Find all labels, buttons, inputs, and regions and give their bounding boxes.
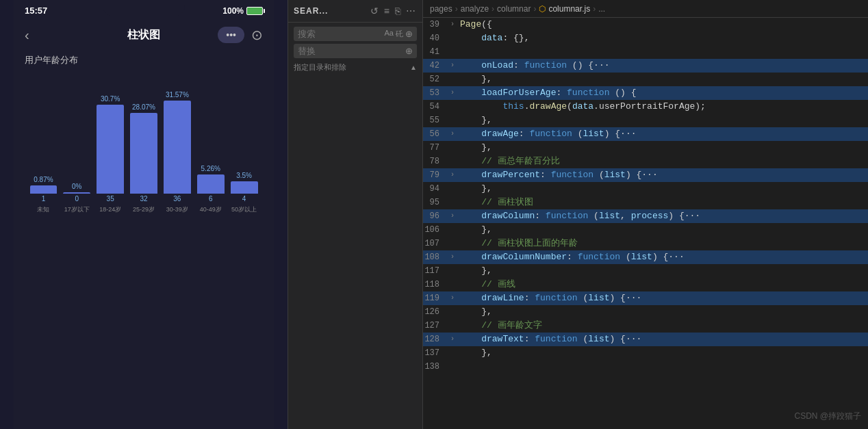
dir-filter-label: 指定目录和排除 <box>294 62 407 73</box>
chart-area: 用户年龄分布 0.87%1未知0%017岁以下30.7%3518-24岁28.0… <box>14 49 274 220</box>
aa-icon[interactable]: Aa <box>385 29 394 39</box>
table-row: 107 // 画柱状图上面的年龄 <box>423 237 868 250</box>
bar-rect <box>231 181 258 194</box>
bar-value-label: 32 <box>140 195 147 203</box>
dir-filter-row[interactable]: 指定目录和排除 ▲ <box>288 60 422 75</box>
dir-filter-collapse-icon[interactable]: ▲ <box>410 64 417 71</box>
bar-value-label: 0 <box>75 195 79 203</box>
bar-group: 5.26%640-49岁 <box>194 77 227 214</box>
code-text: // 画年龄文字 <box>459 319 868 333</box>
breadcrumb-sep-2: › <box>492 4 494 14</box>
more-icon[interactable]: ⋯ <box>405 4 417 18</box>
table-row: 40 data: {}, <box>423 31 868 45</box>
table-row: 119› drawLine: function (list) {··· <box>423 291 868 305</box>
bar-percent-label: 31.57% <box>166 91 189 99</box>
line-number: 95 <box>423 196 448 209</box>
bar-value-label: 35 <box>107 195 114 203</box>
code-text: }, <box>459 114 868 127</box>
line-number: 77 <box>423 141 448 155</box>
breadcrumb-pages: pages <box>430 4 452 14</box>
fold-arrow-icon[interactable]: › <box>448 59 457 73</box>
fold-arrow-icon[interactable]: › <box>448 209 457 223</box>
search-input[interactable] <box>298 29 382 39</box>
table-row: 77 }, <box>423 141 868 155</box>
line-number: 118 <box>423 278 448 291</box>
fold-arrow-icon[interactable]: › <box>448 86 457 100</box>
code-text: }, <box>459 346 868 360</box>
phone-notch <box>103 0 185 16</box>
line-number: 79 <box>423 168 448 182</box>
line-number: 55 <box>423 114 448 127</box>
bar-value-label: 4 <box>242 195 246 203</box>
bar-percent-label: 30.7% <box>101 95 120 103</box>
line-number: 53 <box>423 86 448 100</box>
line-number: 137 <box>423 346 448 360</box>
bar-chart: 0.87%1未知0%017岁以下30.7%3518-24岁28.07%3225-… <box>25 77 263 214</box>
line-number: 52 <box>423 73 448 86</box>
back-button[interactable]: ‹ <box>25 27 29 43</box>
bar-axis-label: 25-29岁 <box>133 205 155 214</box>
table-row: 52 }, <box>423 73 868 86</box>
bar-rect <box>164 101 191 194</box>
fold-arrow-icon[interactable]: › <box>448 250 457 264</box>
search-panel: SEAR... ↺ ≡ ⎘ ⋯ Aa 矺 ⊕ ⊕ 指定目录和排除 ▲ <box>288 0 423 429</box>
code-text: drawLine: function (list) {··· <box>459 291 868 305</box>
replace-input-row: ⊕ <box>294 44 417 58</box>
code-text: }, <box>459 73 868 86</box>
line-number: 119 <box>423 291 448 305</box>
code-text: // 画柱状图上面的年龄 <box>459 237 868 250</box>
breadcrumb-file-icon: ⬡ <box>539 4 546 14</box>
code-text: // 画线 <box>459 278 868 291</box>
status-bar: 15:57 100% <box>14 0 274 21</box>
target-icon[interactable]: ⊙ <box>251 27 263 43</box>
battery-icon <box>246 7 263 15</box>
table-row: 118 // 画线 <box>423 278 868 291</box>
table-row: 108› drawColumnNumber: function (list) {… <box>423 250 868 264</box>
code-text: drawAge: function (list) {··· <box>459 127 868 141</box>
line-number: 42 <box>423 59 448 73</box>
breadcrumb-more: ... <box>598 4 605 14</box>
code-text: // 画总年龄百分比 <box>459 155 868 168</box>
bar-percent-label: 0% <box>72 183 81 191</box>
bar-axis-label: 40-49岁 <box>200 205 222 214</box>
table-row: 39›Page({ <box>423 18 868 31</box>
code-text: Page({ <box>459 18 868 31</box>
regex-icon[interactable]: ⊕ <box>405 29 413 39</box>
bar-group: 28.07%3225-29岁 <box>128 77 160 214</box>
bar-group: 0%017岁以下 <box>61 77 93 214</box>
refresh-icon[interactable]: ↺ <box>369 4 380 18</box>
bar-axis-label: 30-39岁 <box>166 205 188 214</box>
table-row: 53› loadForUserAge: function () { <box>423 86 868 100</box>
bar-percent-label: 5.26% <box>201 165 220 173</box>
fold-arrow-icon[interactable]: › <box>448 127 457 141</box>
copy-icon[interactable]: ⎘ <box>394 4 402 18</box>
battery-percent: 100% <box>222 6 244 16</box>
line-number: 96 <box>423 209 448 223</box>
more-options-icon[interactable]: ••• <box>218 27 244 43</box>
code-text: this.drawAge(data.userPortraitForAge); <box>459 100 868 114</box>
breadcrumb-sep-4: › <box>593 4 596 14</box>
bar-percent-label: 3.5% <box>236 172 252 180</box>
bar-rect <box>130 113 157 194</box>
replace-input[interactable] <box>298 46 403 56</box>
fold-arrow-icon[interactable]: › <box>448 168 457 182</box>
code-text: drawColumn: function (list, process) {··… <box>459 209 868 223</box>
fold-arrow-icon[interactable]: › <box>448 333 457 346</box>
fold-arrow-icon[interactable]: › <box>448 291 457 305</box>
table-row: 56› drawAge: function (list) {··· <box>423 127 868 141</box>
fold-arrow-icon[interactable]: › <box>448 18 457 31</box>
line-number: 108 <box>423 250 448 264</box>
line-number: 39 <box>423 18 448 31</box>
chart-subtitle: 用户年龄分布 <box>25 54 263 66</box>
bar-percent-label: 0.87% <box>34 176 53 184</box>
bar-rect <box>63 192 90 194</box>
align-icon[interactable]: ≡ <box>383 4 391 18</box>
phone-mockup: 15:57 100% ‹ 柱状图 ••• ⊙ 用户年龄分布 0.87%1未知0%… <box>14 0 274 429</box>
replace-action-icon[interactable]: ⊕ <box>405 46 413 56</box>
bar-axis-label: 17岁以下 <box>64 205 90 214</box>
ab-icon[interactable]: 矺 <box>396 29 403 39</box>
line-number: 138 <box>423 360 448 374</box>
code-content[interactable]: 39›Page({40 data: {},41 42› onLoad: func… <box>423 18 868 429</box>
code-text: loadForUserAge: function () { <box>459 86 868 100</box>
breadcrumb: pages › analyze › columnar › ⬡ columnar.… <box>423 0 868 18</box>
